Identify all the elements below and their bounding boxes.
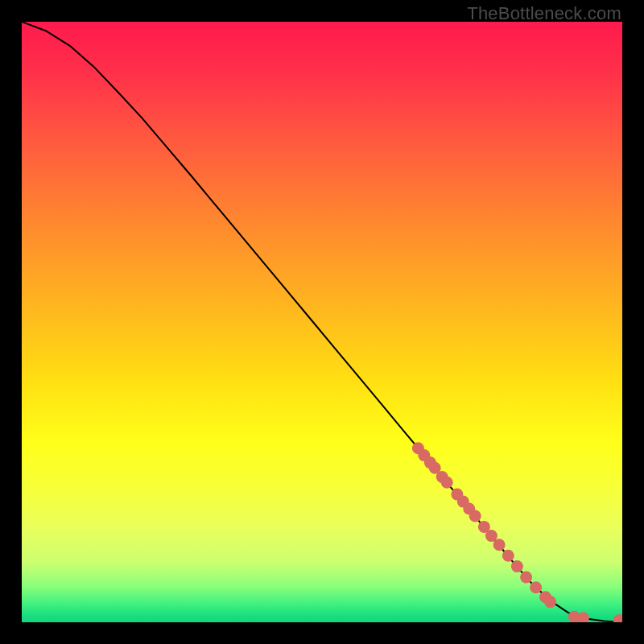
sample-point xyxy=(493,539,506,551)
sample-markers xyxy=(412,442,622,622)
curve-layer xyxy=(22,22,622,622)
sample-point xyxy=(539,591,551,603)
plot-area xyxy=(22,22,622,622)
sample-point xyxy=(502,550,514,562)
sample-point xyxy=(451,489,463,501)
sample-point xyxy=(568,611,580,622)
sample-point xyxy=(485,530,497,542)
sample-point xyxy=(424,456,436,469)
sample-point xyxy=(429,462,441,474)
sample-point xyxy=(457,496,469,508)
sample-point xyxy=(613,614,622,622)
sample-point xyxy=(441,477,453,489)
bottleneck-curve xyxy=(22,22,622,622)
sample-point xyxy=(418,449,430,461)
sample-point xyxy=(463,503,475,515)
attribution-label: TheBottleneck.com xyxy=(467,3,621,24)
sample-point xyxy=(469,510,481,522)
sample-point xyxy=(412,442,424,454)
chart-frame: TheBottleneck.com xyxy=(0,0,644,644)
sample-point xyxy=(577,612,589,622)
sample-point xyxy=(478,521,490,533)
sample-point xyxy=(520,572,532,584)
sample-point xyxy=(544,596,556,608)
sample-point xyxy=(511,560,523,572)
sample-point xyxy=(436,471,448,483)
sample-point xyxy=(530,581,542,593)
